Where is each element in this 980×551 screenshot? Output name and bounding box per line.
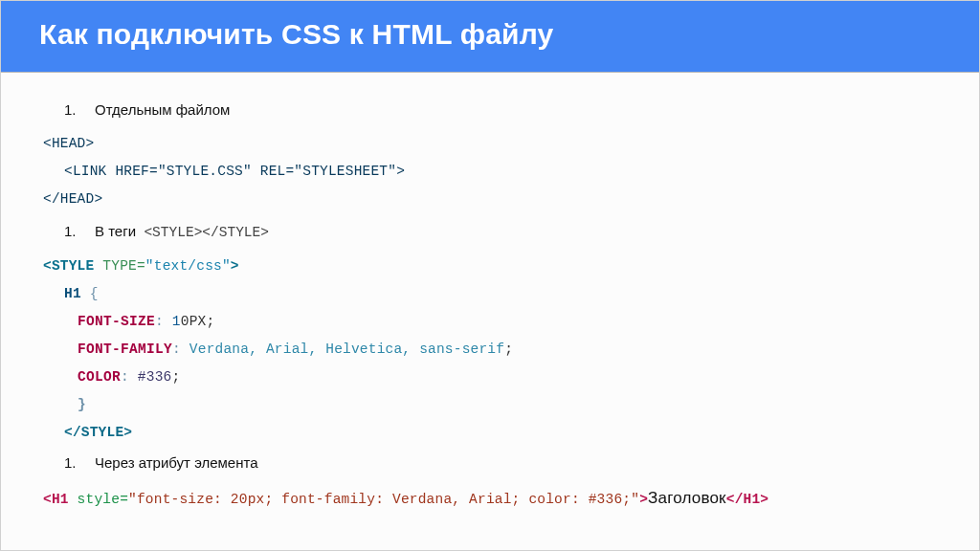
code-line: FONT-SIZE: 10PX; [78, 312, 937, 332]
list-item: 1. Через атрибут элемента [64, 452, 937, 474]
css-prop: FONT-SIZE [78, 314, 155, 329]
tag-attr-value: "text/css" [145, 258, 231, 274]
tag-close-angle: > [639, 492, 648, 507]
tag-open: <H1 [43, 492, 69, 507]
css-prop: COLOR [78, 369, 121, 385]
css-value: 0 [181, 314, 189, 329]
css-value: Verdana, Arial, Helvetica, sans-serif [181, 342, 504, 357]
colon: : [155, 314, 164, 329]
list-number: 1. [64, 452, 78, 474]
code-line: H1 { [64, 284, 937, 304]
semicolon: ; [206, 314, 214, 329]
colon: : [121, 369, 129, 385]
tag-attr: style= [69, 492, 128, 507]
css-value: #336 [129, 369, 172, 385]
list-number: 1. [64, 99, 78, 121]
tag-attr-value: "font-size: 20px; font-family: Verdana, … [128, 492, 639, 507]
list-text: Через атрибут элемента [95, 452, 258, 474]
list-text: В теги <STYLE></STYLE> [95, 221, 269, 243]
semicolon: ; [171, 369, 180, 385]
brace-open: { [90, 286, 99, 301]
tag-text: Заголовок [648, 489, 726, 507]
css-value: 1 [164, 314, 181, 329]
code-line: </HEAD> [43, 189, 937, 209]
tag-close: </STYLE> [64, 423, 937, 443]
list-item: 1. В теги <STYLE></STYLE> [64, 221, 937, 243]
semicolon: ; [504, 342, 513, 357]
brace-close: } [78, 395, 937, 415]
list-number: 1. [64, 221, 78, 242]
tag-close: </H1> [726, 492, 769, 507]
css-prop: FONT-FAMILY [78, 342, 172, 357]
css-selector: H1 [64, 286, 81, 301]
code-line: <HEAD> [43, 134, 937, 154]
css-unit: PX [189, 314, 207, 329]
list-item: 1. Отдельным файлом [64, 99, 937, 121]
slide-header: Как подключить CSS к HTML файлу [1, 1, 979, 73]
code-line: <STYLE TYPE="text/css"> [43, 256, 937, 276]
code-line: COLOR: #336; [78, 367, 937, 387]
tag-open: <STYLE [43, 258, 94, 274]
list-text: Отдельным файлом [95, 99, 230, 121]
tag-attr: TYPE= [94, 258, 145, 274]
list-text-prefix: В теги [95, 223, 136, 239]
tag-close-angle: > [231, 258, 239, 274]
slide-title: Как подключить CSS к HTML файлу [39, 18, 941, 51]
code-line: <LINK HREF="STYLE.CSS" REL="STYLESHEET"> [64, 162, 937, 182]
code-line: FONT-FAMILY: Verdana, Arial, Helvetica, … [78, 340, 937, 360]
colon: : [172, 342, 181, 357]
code-line: <H1 style="font-size: 20px; font-family:… [43, 487, 937, 511]
slide-content: 1. Отдельным файлом <HEAD> <LINK HREF="S… [1, 73, 979, 527]
list-text-tag: <STYLE></STYLE> [144, 225, 269, 240]
